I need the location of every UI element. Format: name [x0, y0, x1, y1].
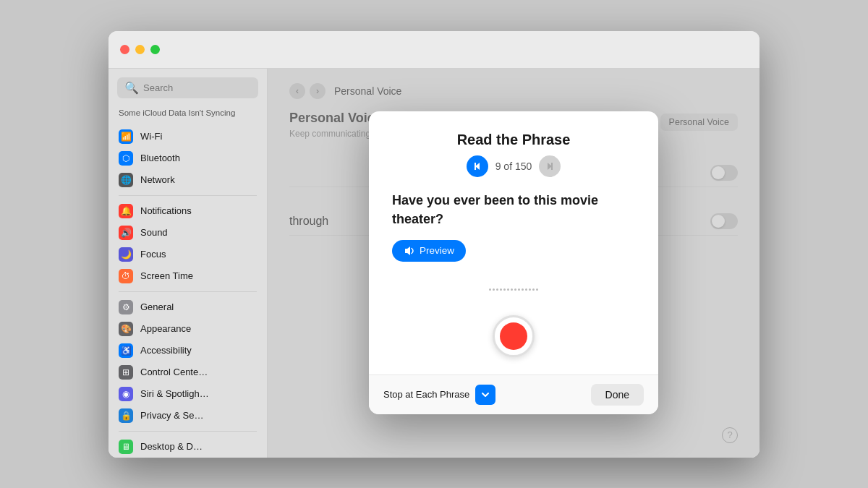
macos-window: 🔍 Some iCloud Data Isn't Syncing 📶 Wi-Fi…	[109, 31, 760, 458]
sidebar-label-notifications: Notifications	[140, 205, 192, 216]
phrase-counter-text: 9 of 150	[495, 160, 532, 172]
minimize-button[interactable]	[135, 45, 145, 54]
done-button[interactable]: Done	[591, 384, 644, 406]
privacy-icon: 🔒	[119, 408, 133, 423]
dot-4	[500, 288, 502, 291]
search-input[interactable]	[143, 82, 251, 93]
dot-14	[536, 288, 538, 291]
waveform-area	[392, 279, 635, 301]
sidebar-divider-2	[119, 291, 257, 292]
search-icon: 🔍	[124, 81, 139, 95]
stop-each-row: Stop at Each Phrase	[383, 385, 495, 405]
sidebar-item-appearance[interactable]: 🎨 Appearance	[109, 318, 267, 340]
sidebar-label-siri: Siri & Spotligh…	[140, 388, 209, 399]
sidebar-label-accessibility: Accessibility	[140, 345, 192, 356]
sidebar-item-network[interactable]: 🌐 Network	[109, 169, 267, 191]
sidebar-item-desktop[interactable]: 🖥 Desktop & D…	[109, 436, 267, 458]
sidebar-label-sound: Sound	[140, 227, 168, 238]
preview-button-label: Preview	[420, 245, 454, 256]
sidebar-item-accessibility[interactable]: ♿ Accessibility	[109, 340, 267, 361]
sidebar-label-network: Network	[140, 174, 175, 185]
phrase-counter: 9 of 150	[392, 155, 635, 177]
sidebar-item-general[interactable]: ⚙ General	[109, 296, 267, 318]
dot-11	[525, 288, 527, 291]
prev-phrase-button[interactable]	[467, 155, 488, 177]
dot-9	[518, 288, 520, 291]
record-button[interactable]	[493, 315, 535, 357]
dot-5	[503, 288, 506, 291]
modal-title: Read the Phrase	[392, 132, 635, 148]
window-body: 🔍 Some iCloud Data Isn't Syncing 📶 Wi-Fi…	[109, 69, 760, 458]
focus-icon: 🌙	[119, 247, 133, 262]
screentime-icon: ⏱	[119, 269, 133, 283]
sidebar-item-sound[interactable]: 🔊 Sound	[109, 222, 267, 244]
record-btn-area	[392, 308, 635, 374]
dot-2	[493, 288, 495, 291]
maximize-button[interactable]	[150, 45, 160, 54]
modal-dialog: Read the Phrase 9 of 150	[369, 111, 658, 414]
dot-6	[507, 288, 509, 291]
preview-button[interactable]: Preview	[392, 240, 466, 262]
sidebar-label-controlcenter: Control Cente…	[140, 367, 208, 377]
dot-3	[496, 288, 498, 291]
record-circle	[500, 322, 527, 350]
accessibility-icon: ♿	[119, 343, 133, 358]
modal-footer: Stop at Each Phrase Done	[369, 374, 658, 414]
sound-icon: 🔊	[119, 226, 133, 240]
title-bar	[109, 31, 760, 69]
sidebar-item-screentime[interactable]: ⏱ Screen Time	[109, 265, 267, 287]
sidebar-label-screentime: Screen Time	[140, 270, 193, 281]
notifications-icon: 🔔	[119, 204, 133, 218]
sidebar-label-desktop: Desktop & D…	[140, 441, 203, 452]
window-controls	[120, 45, 160, 54]
dot-8	[514, 288, 516, 291]
next-phrase-button[interactable]	[539, 155, 561, 177]
sidebar-label-focus: Focus	[140, 249, 166, 260]
desktop-icon: 🖥	[119, 440, 133, 454]
appearance-icon: 🎨	[119, 322, 133, 336]
search-bar[interactable]: 🔍	[117, 77, 258, 98]
sidebar-label-general: General	[140, 301, 174, 312]
sidebar-divider-1	[119, 195, 257, 196]
close-button[interactable]	[120, 45, 129, 54]
svg-rect-3	[551, 163, 553, 170]
dot-10	[522, 288, 524, 291]
dot-1	[489, 288, 491, 291]
sidebar-item-focus[interactable]: 🌙 Focus	[109, 244, 267, 265]
dot-7	[511, 288, 513, 291]
svg-rect-1	[475, 163, 476, 170]
dot-12	[529, 288, 531, 291]
sidebar-label-appearance: Appearance	[140, 323, 191, 334]
sidebar-label-wifi: Wi-Fi	[140, 131, 162, 142]
stop-each-dropdown[interactable]	[475, 385, 495, 405]
wifi-icon: 📶	[119, 129, 133, 144]
bluetooth-icon: ⬡	[119, 151, 133, 166]
right-pane: ‹ › Personal Voice Personal Voice Keep c…	[268, 69, 760, 458]
sidebar-label-privacy: Privacy & Se…	[140, 410, 203, 421]
general-icon: ⚙	[119, 300, 133, 314]
stop-each-label: Stop at Each Phrase	[383, 389, 469, 400]
sidebar-item-bluetooth[interactable]: ⬡ Bluetooth	[109, 147, 267, 169]
sidebar-item-controlcenter[interactable]: ⊞ Control Cente…	[109, 361, 267, 383]
controlcenter-icon: ⊞	[119, 365, 133, 380]
icloud-note: Some iCloud Data Isn't Syncing	[109, 107, 267, 126]
phrase-text: Have you ever been to this movie theater…	[392, 192, 635, 228]
network-icon: 🌐	[119, 173, 133, 187]
sidebar-divider-3	[119, 431, 257, 432]
sidebar-item-privacy[interactable]: 🔒 Privacy & Se…	[109, 405, 267, 427]
waveform-dots	[489, 288, 538, 291]
sidebar-item-wifi[interactable]: 📶 Wi-Fi	[109, 126, 267, 147]
dot-13	[532, 288, 535, 291]
sidebar-item-siri[interactable]: ◉ Siri & Spotligh…	[109, 383, 267, 405]
sidebar: 🔍 Some iCloud Data Isn't Syncing 📶 Wi-Fi…	[109, 69, 268, 458]
modal-overlay: Read the Phrase 9 of 150	[268, 69, 760, 458]
siri-icon: ◉	[119, 387, 133, 401]
chevron-down-icon	[480, 390, 490, 400]
sidebar-label-bluetooth: Bluetooth	[140, 153, 180, 163]
speaker-icon	[404, 245, 415, 257]
modal-body: Read the Phrase 9 of 150	[369, 111, 658, 374]
sidebar-item-notifications[interactable]: 🔔 Notifications	[109, 200, 267, 222]
